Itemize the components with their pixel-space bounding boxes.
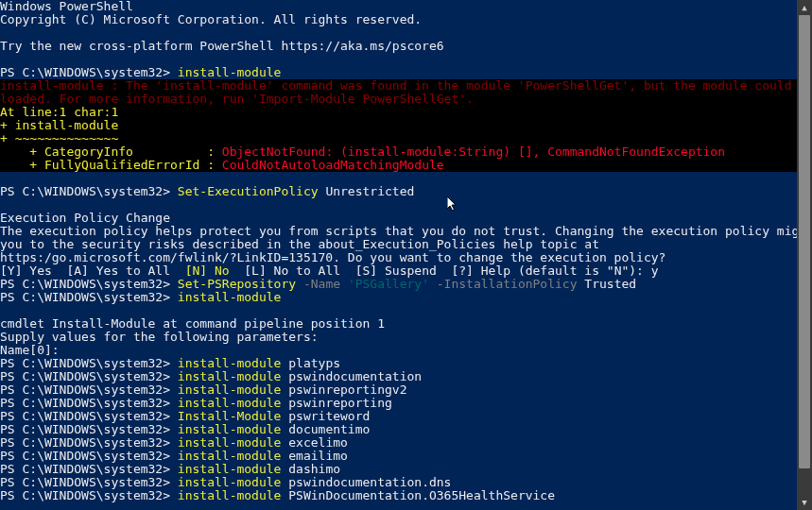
prompt-line: PS C:\WINDOWS\system32> install-module p… xyxy=(0,357,797,370)
cmdlet-prompt: Name[0]: xyxy=(0,344,797,357)
command-arg: documentimo xyxy=(281,422,370,436)
command-text: install-module xyxy=(178,396,282,410)
prompt-line: PS C:\WINDOWS\system32> Set-ExecutionPol… xyxy=(0,185,797,198)
scrollbar-thumb[interactable] xyxy=(799,15,810,468)
prompt-line: PS C:\WINDOWS\system32> install-module p… xyxy=(0,397,797,410)
policy-msg: The execution policy helps protect you f… xyxy=(0,225,797,238)
blank-line xyxy=(0,304,797,317)
pscore-line: Try the new cross-platform PowerShell ht… xyxy=(0,40,797,53)
param-value: 'PSGallery' xyxy=(348,277,429,291)
scroll-down-button[interactable]: ▼ xyxy=(797,495,812,510)
prompt-line: PS C:\WINDOWS\system32> Set-PSRepository… xyxy=(0,278,797,291)
command-arg: PSWinDocumentation.O365HealthService xyxy=(281,488,555,502)
scrollbar-track[interactable] xyxy=(797,15,812,495)
command-text: Set-PSRepository xyxy=(178,277,296,291)
blank-line xyxy=(0,198,797,212)
prompt-line: PS C:\WINDOWS\system32> install-module d… xyxy=(0,423,797,436)
prompt-line: PS C:\WINDOWS\system32> install-module xyxy=(0,66,797,79)
command-text: install-module xyxy=(178,290,282,304)
error-line: + install-module xyxy=(0,119,797,132)
cmdlet-prompt: cmdlet Install-Module at command pipelin… xyxy=(0,317,797,331)
command-arg: emailimo xyxy=(281,449,347,463)
command-arg: pswinreporting xyxy=(281,396,391,410)
param-value: Trusted xyxy=(584,277,636,291)
command-text: install-module xyxy=(178,422,282,436)
command-text: install-module xyxy=(178,488,282,502)
error-line: install-module : The 'install-module' co… xyxy=(0,79,797,93)
command-arg: pswriteword xyxy=(281,409,370,423)
scroll-up-button[interactable]: ▲ xyxy=(797,0,812,15)
command-text: Set-ExecutionPolicy xyxy=(178,184,319,198)
command-arg: pswindocumentation.dns xyxy=(281,475,451,489)
prompt-line: PS C:\WINDOWS\system32> install-module p… xyxy=(0,370,797,383)
error-fqid-line: + FullyQualifiedErrorId : CouldNotAutolo… xyxy=(0,159,797,172)
command-arg: Unrestricted xyxy=(319,184,415,198)
command-text: install-module xyxy=(178,382,282,397)
command-arg: dashimo xyxy=(281,462,340,476)
command-text: install-module xyxy=(178,435,282,450)
prompt-line: PS C:\WINDOWS\system32> Install-Module p… xyxy=(0,410,797,423)
blank-line xyxy=(0,53,797,66)
command-arg: pswindocumentation xyxy=(281,369,422,383)
prompt-line: PS C:\WINDOWS\system32> install-module p… xyxy=(0,476,797,489)
vertical-scrollbar[interactable]: ▲ ▼ xyxy=(797,0,812,510)
command-text: install-module xyxy=(178,369,282,383)
prompt-line: PS C:\WINDOWS\system32> install-module e… xyxy=(0,436,797,450)
policy-choice: [Y] Yes [A] Yes to All [N] No [L] No to … xyxy=(0,264,797,278)
policy-msg: you to the security risks described in t… xyxy=(0,238,797,251)
blank-line xyxy=(0,172,797,185)
error-line: At line:1 char:1 xyxy=(0,106,797,119)
command-arg: pswinreportingv2 xyxy=(281,382,406,397)
command-text: install-module xyxy=(178,462,282,476)
prompt-line: PS C:\WINDOWS\system32> install-module d… xyxy=(0,463,797,476)
command-arg: platyps xyxy=(281,356,340,370)
header-line: Windows PowerShell xyxy=(0,0,797,13)
command-text: install-module xyxy=(178,356,282,370)
command-text: install-module xyxy=(178,65,282,79)
prompt-line: PS C:\WINDOWS\system32> install-module e… xyxy=(0,450,797,463)
param-name: -Name xyxy=(296,277,348,291)
install-commands-block: PS C:\WINDOWS\system32> install-module p… xyxy=(0,357,797,502)
param-name: -InstallationPolicy xyxy=(429,277,584,291)
prompt-text: PS C:\WINDOWS\system32> xyxy=(0,65,178,79)
error-line: + ~~~~~~~~~~~~~~ xyxy=(0,132,797,145)
command-text: Install-Module xyxy=(178,409,282,423)
command-text: install-module xyxy=(178,475,282,489)
error-line: loaded. For more information, run 'Impor… xyxy=(0,93,797,106)
command-text: install-module xyxy=(178,449,282,463)
policy-msg: https:/go.microsoft.com/fwlink/?LinkID=1… xyxy=(0,251,797,264)
cmdlet-prompt: Supply values for the following paramete… xyxy=(0,331,797,344)
prompt-line: PS C:\WINDOWS\system32> install-module p… xyxy=(0,383,797,397)
command-arg: excelimo xyxy=(281,435,347,450)
blank-line xyxy=(0,26,797,40)
prompt-line: PS C:\WINDOWS\system32> install-module P… xyxy=(0,489,797,502)
copyright-line: Copyright (C) Microsoft Corporation. All… xyxy=(0,13,797,26)
error-category-line: + CategoryInfo : ObjectNotFound: (instal… xyxy=(0,145,797,159)
powershell-terminal[interactable]: Windows PowerShell Copyright (C) Microso… xyxy=(0,0,797,510)
prompt-line: PS C:\WINDOWS\system32> install-module xyxy=(0,291,797,304)
policy-title: Execution Policy Change xyxy=(0,212,797,225)
